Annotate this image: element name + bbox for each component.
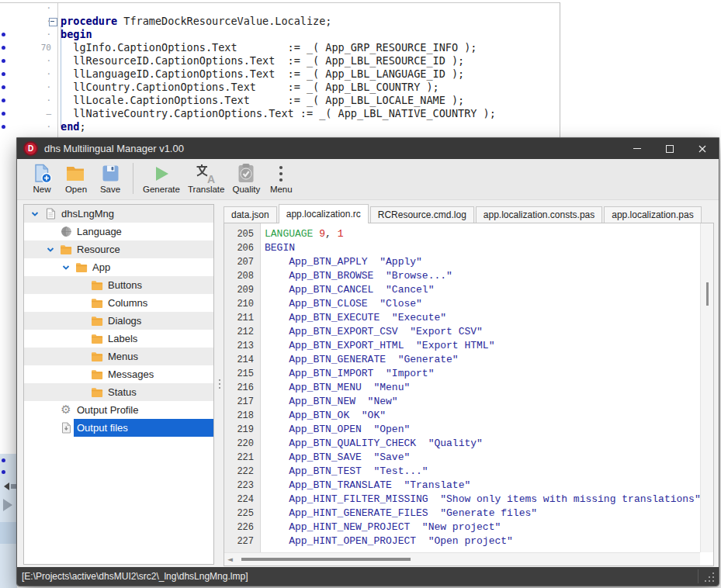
line-number: 210 bbox=[224, 297, 260, 311]
line-number: 227 bbox=[224, 534, 260, 548]
tree-item-messages[interactable]: Messages bbox=[24, 365, 213, 383]
tree-item-labels[interactable]: Labels bbox=[24, 330, 213, 348]
minimize-button[interactable] bbox=[621, 138, 653, 159]
rc-code-line: 215 App_BTN_IMPORT "Import" bbox=[224, 367, 700, 381]
breakpoint-dot-icon bbox=[2, 470, 5, 474]
generate-icon bbox=[152, 162, 171, 185]
scroll-left-arrow-icon[interactable]: ◄ bbox=[227, 553, 233, 566]
code-text: llNativeCountry.CaptionOptions.Text := _… bbox=[61, 107, 496, 120]
rc-code-line: 219 App_BTN_OPEN "Open" bbox=[224, 423, 700, 437]
rc-line-text: App_BTN_EXECUTE "Execute" bbox=[260, 311, 446, 325]
close-icon bbox=[698, 145, 706, 153]
horizontal-scrollbar[interactable]: ◄ bbox=[224, 552, 700, 566]
rc-code-line: 210 App_BTN_CLOSE "Close" bbox=[224, 297, 700, 311]
tree-item-language[interactable]: Language bbox=[24, 223, 213, 240]
svg-text:A: A bbox=[207, 173, 215, 184]
tree-item-status[interactable]: Status bbox=[24, 383, 213, 401]
rc-line-text: BEGIN bbox=[260, 241, 295, 255]
line-number: 213 bbox=[224, 339, 260, 353]
folder-icon bbox=[89, 298, 105, 309]
toolbar: New Open Save Generate A Translate Qu bbox=[17, 159, 719, 200]
chevron-down-icon[interactable] bbox=[58, 264, 74, 272]
rc-line-text: App_BTN_OPEN "Open" bbox=[260, 423, 410, 437]
tree-item-dhslngmng[interactable]: dhsLngMng bbox=[24, 205, 213, 223]
panel-splitter[interactable] bbox=[216, 373, 223, 395]
toolbar-button-save[interactable]: Save bbox=[97, 162, 123, 194]
code-text: lgInfo.CaptionOptions.Text := _( App_GRP… bbox=[61, 41, 477, 54]
line-number: 221 bbox=[224, 451, 260, 465]
rc-code-line: 207 App_BTN_APPLY "Apply" bbox=[224, 255, 700, 269]
rc-code-line: 217 App_BTN_NEW "New" bbox=[224, 395, 700, 409]
titlebar[interactable]: D dhs Multilingual Manager v1.00 bbox=[17, 138, 719, 159]
tab-app-localization-consts-pas[interactable]: app.localization.consts.pas bbox=[476, 206, 602, 223]
bg-code-line: · llCountry.CaptionOptions.Text := _( Ap… bbox=[0, 81, 560, 94]
rc-code-line: 222 App_BTN_TEST "Test..." bbox=[224, 465, 700, 479]
resize-grip[interactable] bbox=[712, 580, 714, 582]
translate-icon: A bbox=[195, 162, 218, 185]
rc-code-view[interactable]: 205 LANGUAGE 9, 1 206 BEGIN 207 App_BTN_… bbox=[224, 223, 714, 566]
toolbar-button-new[interactable]: New bbox=[29, 162, 55, 194]
line-number: 219 bbox=[224, 423, 260, 437]
tree-item-resource[interactable]: Resource bbox=[24, 240, 213, 258]
window-title: dhs Multilingual Manager v1.00 bbox=[44, 143, 184, 154]
breakpoint-gutter-dot-icon bbox=[0, 54, 11, 67]
tree-item-menus[interactable]: Menus bbox=[24, 348, 213, 365]
code-text: llLocale.CaptionOptions.Text := _( App_L… bbox=[61, 94, 464, 107]
horizontal-scrollbar-thumb[interactable] bbox=[241, 558, 411, 561]
tab-label: app.localization.consts.pas bbox=[484, 209, 594, 220]
line-number: 214 bbox=[224, 353, 260, 367]
tree-item-buttons[interactable]: Buttons bbox=[24, 276, 213, 294]
vertical-scrollbar[interactable] bbox=[700, 223, 713, 552]
maximize-button[interactable] bbox=[653, 138, 686, 159]
tab-label: app.localization.pas bbox=[612, 209, 693, 220]
rc-code-line: 224 App_HINT_FILTER_MISSING "Show only i… bbox=[224, 493, 700, 507]
rc-line-text: App_BTN_GENERATE "Generate" bbox=[260, 353, 459, 367]
rc-line-text: App_HINT_OPEN_PROJECT "Open project" bbox=[260, 534, 513, 548]
toolbar-button-generate[interactable]: Generate bbox=[143, 162, 180, 194]
line-number: 224 bbox=[224, 493, 260, 507]
tab-label: app.localization.rc bbox=[286, 209, 361, 220]
quality-icon bbox=[237, 162, 255, 185]
toolbar-button-menu[interactable]: Menu bbox=[268, 162, 294, 194]
gutter-line-marker: 70 bbox=[11, 41, 51, 54]
rc-code-line: 205 LANGUAGE 9, 1 bbox=[224, 227, 700, 241]
document-icon bbox=[43, 208, 58, 220]
rc-line-text: App_BTN_CLOSE "Close" bbox=[260, 297, 422, 311]
vertical-scrollbar-thumb[interactable] bbox=[706, 282, 709, 306]
rc-code-line: 226 App_HINT_NEW_PROJECT "New project" bbox=[224, 521, 700, 534]
tab-data-json[interactable]: data.json bbox=[224, 206, 277, 223]
close-button[interactable] bbox=[686, 138, 719, 159]
chevron-down-icon[interactable] bbox=[27, 210, 43, 218]
fold-collapse-icon[interactable] bbox=[49, 18, 57, 26]
tree-item-output-profile[interactable]: ⚙ Output Profile bbox=[24, 401, 213, 419]
rc-line-text: App_BTN_NEW "New" bbox=[260, 395, 398, 409]
tab-bar: data.json app.localization.rc RCResource… bbox=[224, 204, 703, 223]
rc-code-line: 216 App_BTN_MENU "Menu" bbox=[224, 381, 700, 395]
chevron-down-icon[interactable] bbox=[43, 246, 58, 254]
tree-item-app[interactable]: App bbox=[24, 258, 213, 276]
folder-icon bbox=[58, 244, 74, 255]
rc-line-text: App_BTN_EXPORT_HTML "Export HTML" bbox=[260, 339, 494, 353]
rc-code-line: 206 BEGIN bbox=[224, 241, 700, 255]
toolbar-button-open[interactable]: Open bbox=[63, 162, 89, 194]
tree-item-output-files[interactable]: Output files bbox=[24, 419, 213, 437]
code-text: procedure TframeDockResourceValue.Locali… bbox=[61, 15, 332, 28]
tab-app-localization-pas[interactable]: app.localization.pas bbox=[604, 206, 701, 223]
toolbar-button-translate[interactable]: A Translate bbox=[188, 162, 225, 194]
rc-code-line: 227 App_HINT_OPEN_PROJECT "Open project" bbox=[224, 534, 700, 548]
line-number: 207 bbox=[224, 255, 260, 269]
rc-line-text: App_BTN_BROWSE "Browse..." bbox=[260, 269, 452, 283]
tree-item-columns[interactable]: Columns bbox=[24, 294, 213, 312]
tree-item-dialogs[interactable]: Dialogs bbox=[24, 312, 213, 330]
rc-line-text: App_BTN_TRANSLATE "Translate" bbox=[260, 479, 470, 493]
line-number: 217 bbox=[224, 395, 260, 409]
rc-code-line: 221 App_BTN_SAVE "Save" bbox=[224, 451, 700, 465]
folder-icon bbox=[89, 387, 105, 398]
tab-app-localization-rc[interactable]: app.localization.rc bbox=[279, 204, 369, 223]
tab-rcresource-cmd-log[interactable]: RCResource.cmd.log bbox=[370, 206, 474, 223]
dock-play-icon[interactable] bbox=[3, 499, 12, 511]
code-text: llCountry.CaptionOptions.Text := _( App_… bbox=[61, 81, 439, 94]
rc-line-text: App_BTN_EXPORT_CSV "Export CSV" bbox=[260, 325, 483, 339]
dock-arrow-left-icon[interactable] bbox=[4, 483, 9, 490]
toolbar-button-quality[interactable]: Quality bbox=[232, 162, 260, 194]
